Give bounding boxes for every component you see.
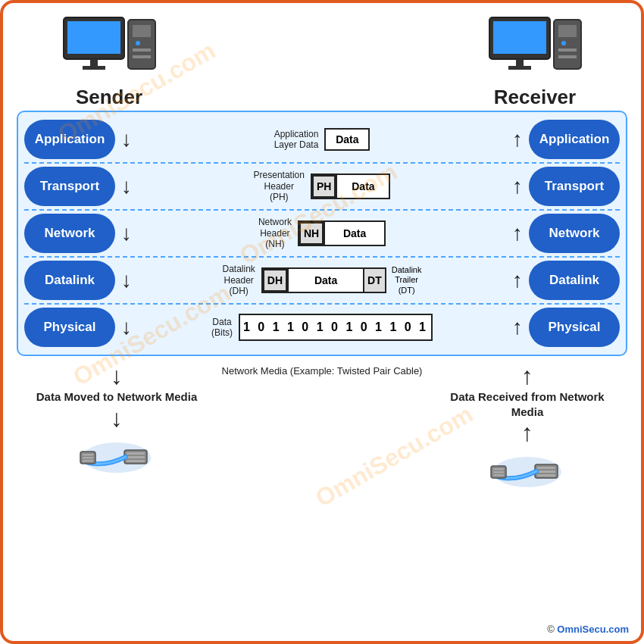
sep-3 <box>24 256 620 258</box>
svg-rect-7 <box>133 48 151 52</box>
sep-2 <box>24 209 620 211</box>
bottom-left-label: Data Moved to Network Media <box>36 389 198 405</box>
nh-box: NH <box>299 222 324 245</box>
application-middle: ApplicationLayer Data Data <box>138 128 506 151</box>
svg-point-6 <box>136 41 140 45</box>
application-layer-row: Application ↓ ApplicationLayer Data Data… <box>24 120 620 159</box>
nh-data-box: Data <box>324 222 384 245</box>
svg-rect-16 <box>558 48 577 52</box>
network-arrow-left: ↓ <box>121 223 132 244</box>
network-layer-row: Network ↓ NetworkHeader(NH) NH Data ↑ Ne… <box>24 214 620 253</box>
network-arrow-right: ↑ <box>512 223 523 244</box>
header-row: Sender Receiver <box>11 11 633 109</box>
osi-area: Application ↓ ApplicationLayer Data Data… <box>17 111 627 356</box>
svg-rect-2 <box>90 59 98 67</box>
network-bubble-left: Network <box>24 214 115 253</box>
svg-rect-33 <box>493 468 504 470</box>
svg-rect-14 <box>558 25 577 37</box>
svg-rect-10 <box>493 21 546 54</box>
svg-rect-20 <box>127 452 145 455</box>
svg-rect-3 <box>83 66 105 70</box>
svg-rect-21 <box>127 456 145 458</box>
physical-layer-row: Physical ↓ Data(Bits) 1 0 1 1 0 1 0 1 0 … <box>24 308 620 347</box>
svg-rect-29 <box>537 467 555 469</box>
svg-rect-17 <box>558 55 577 58</box>
copyright: © OmniSecu.com <box>547 624 629 635</box>
application-bubble-right: Application <box>529 120 620 159</box>
svg-point-15 <box>561 41 566 45</box>
svg-rect-25 <box>83 457 93 459</box>
dh-box: DH <box>263 269 287 292</box>
bottom-left: ↓ Data Moved to Network Media ↓ <box>33 362 200 480</box>
datalink-trailer-label: DatalinkTrailer(DT) <box>392 265 422 295</box>
application-data-box: Data <box>324 128 370 151</box>
svg-rect-24 <box>83 454 93 456</box>
application-arrow-right: ↑ <box>512 129 523 150</box>
bottom-right: ↑ Data Received from Network Media ↑ <box>444 362 611 495</box>
bottom-right-arrow: ↑ <box>521 364 533 388</box>
datalink-header-label: DatalinkHeader(DH) <box>222 264 255 296</box>
datalink-bubble-left: Datalink <box>24 261 115 300</box>
bottom-left-arrow: ↓ <box>111 364 123 388</box>
sender-label: Sender <box>76 86 142 109</box>
network-media-label: Network Media (Example: Twisted Pair Cab… <box>222 365 423 377</box>
transport-bubble-left: Transport <box>24 167 115 206</box>
datalink-layer-row: Datalink ↓ DatalinkHeader(DH) DH Data DT… <box>24 261 620 300</box>
datalink-middle: DatalinkHeader(DH) DH Data DT DatalinkTr… <box>138 264 506 296</box>
main-container: OmniSecu.com OmniSecu.com OmniSecu.com O… <box>0 0 644 644</box>
network-bubble-right: Network <box>529 214 620 253</box>
bottom-left-arrow2: ↓ <box>111 406 123 430</box>
application-arrow-left: ↓ <box>121 129 132 150</box>
sender-computer-icon <box>60 16 158 84</box>
svg-rect-5 <box>133 25 151 37</box>
transport-arrow-left: ↓ <box>121 176 132 197</box>
physical-bubble-left: Physical <box>24 308 115 347</box>
application-layer-label: ApplicationLayer Data <box>274 129 319 151</box>
svg-rect-22 <box>127 460 145 462</box>
svg-rect-11 <box>516 59 524 67</box>
physical-bits-label: Data(Bits) <box>211 317 233 339</box>
dt-box: DT <box>363 269 385 292</box>
bottom-section: ↓ Data Moved to Network Media ↓ <box>11 359 633 495</box>
receiver-label: Receiver <box>494 86 576 109</box>
physical-middle: Data(Bits) 1 0 1 1 0 1 0 1 0 1 1 0 1 <box>138 314 506 341</box>
bottom-center: Network Media (Example: Twisted Pair Cab… <box>200 362 444 383</box>
physical-arrow-right: ↑ <box>512 317 523 338</box>
bits-box: 1 0 1 1 0 1 0 1 0 1 1 0 1 <box>239 314 433 341</box>
application-bubble-left: Application <box>24 120 115 159</box>
ph-box: PH <box>312 175 336 198</box>
svg-rect-34 <box>493 471 504 474</box>
svg-rect-31 <box>537 474 555 477</box>
ph-data-box: Data <box>336 175 389 198</box>
datalink-bubble-right: Datalink <box>529 261 620 300</box>
datalink-arrow-left: ↓ <box>121 270 132 291</box>
transport-arrow-right: ↑ <box>512 176 523 197</box>
svg-rect-1 <box>67 21 120 54</box>
left-cable-icon <box>79 435 155 480</box>
dh-data-box: Data <box>287 269 363 292</box>
copyright-brand: OmniSecu.com <box>557 624 629 635</box>
svg-rect-8 <box>133 55 151 58</box>
sep-4 <box>24 303 620 305</box>
presentation-header-label: PresentationHeader(PH) <box>254 170 305 202</box>
svg-rect-30 <box>537 470 555 473</box>
bottom-right-arrow2: ↑ <box>521 420 533 445</box>
svg-rect-35 <box>493 474 504 477</box>
network-header-label: NetworkHeader(NH) <box>258 217 292 249</box>
physical-arrow-left: ↓ <box>121 317 132 338</box>
transport-layer-row: Transport ↓ PresentationHeader(PH) PH Da… <box>24 167 620 206</box>
datalink-arrow-right: ↑ <box>512 270 523 291</box>
network-middle: NetworkHeader(NH) NH Data <box>138 217 506 249</box>
receiver-computer-icon <box>486 16 584 84</box>
transport-middle: PresentationHeader(PH) PH Data <box>138 170 506 202</box>
bottom-right-label: Data Received from Network Media <box>444 389 611 419</box>
receiver-block: Receiver <box>459 16 611 109</box>
physical-bubble-right: Physical <box>529 308 620 347</box>
svg-rect-12 <box>508 66 531 70</box>
sender-block: Sender <box>33 16 185 109</box>
transport-bubble-right: Transport <box>529 167 620 206</box>
right-cable-icon <box>489 449 565 495</box>
sep-1 <box>24 162 620 164</box>
svg-rect-26 <box>83 460 93 462</box>
